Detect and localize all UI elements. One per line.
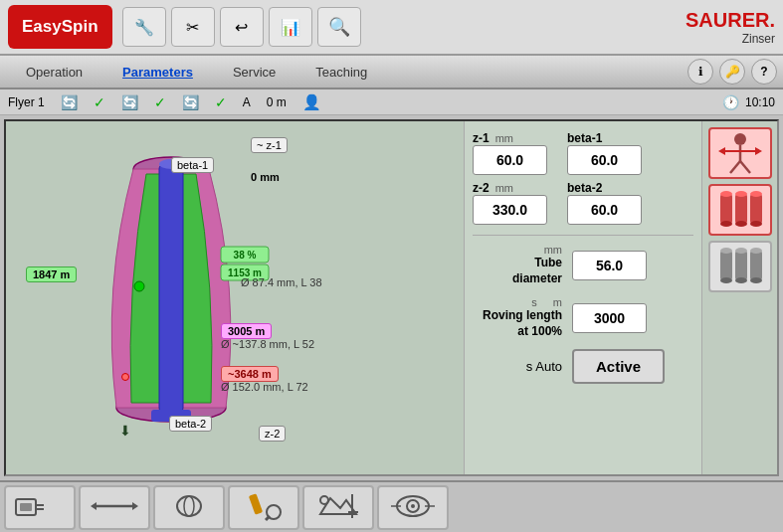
svg-point-41 <box>184 496 194 516</box>
app-title-button[interactable]: EasySpin <box>8 5 112 49</box>
svg-marker-39 <box>132 502 138 510</box>
svg-point-30 <box>735 248 747 254</box>
tube-diameter-unit: mm <box>473 244 562 256</box>
icon-btn-2[interactable] <box>708 184 772 236</box>
tube-diameter-label-group: mm Tubediameter <box>473 244 562 286</box>
main-area: 38 % 1153 m ~ z-1 beta-1 0 mm 1847 m Ø 8… <box>4 119 779 476</box>
svg-point-28 <box>720 277 732 283</box>
svg-point-27 <box>720 248 732 254</box>
nav-right-icons: ℹ 🔑 ? <box>687 59 777 85</box>
bottom-toolbar <box>0 480 783 532</box>
distance-label: 0 m <box>267 95 287 109</box>
right-icon-panel <box>701 121 777 474</box>
header-icon-chart[interactable]: 📊 <box>269 7 312 47</box>
svg-point-33 <box>750 248 762 254</box>
nav-key-button[interactable]: 🔑 <box>719 59 745 85</box>
z1-input[interactable] <box>473 145 547 175</box>
tab-service[interactable]: Service <box>213 61 295 84</box>
z2-group: z-2 mm <box>473 181 547 225</box>
label-3648m: ~3648 m <box>221 366 279 382</box>
beta1-label: beta-1 <box>567 131 602 145</box>
tube-diameter-input[interactable] <box>572 251 647 280</box>
z2-input[interactable] <box>473 195 547 225</box>
params-panel: z-1 mm beta-1 z-2 mm <box>464 121 701 474</box>
svg-line-44 <box>266 516 270 520</box>
bobbin-svg: 38 % 1153 m <box>72 139 271 438</box>
tab-parameters[interactable]: Parameters <box>102 61 213 84</box>
svg-point-45 <box>320 496 328 504</box>
z1-beta1-row: z-1 mm beta-1 <box>473 131 693 175</box>
nav-info-button[interactable]: ℹ <box>687 59 713 85</box>
toolbar-btn-4[interactable] <box>228 485 299 530</box>
beta1-input[interactable] <box>567 145 642 175</box>
label-z1: ~ z-1 <box>251 137 288 153</box>
tab-teaching[interactable]: Teaching <box>295 61 387 84</box>
label-beta1: beta-1 <box>171 157 214 173</box>
svg-point-19 <box>720 221 732 227</box>
icon-btn-1[interactable] <box>708 127 772 179</box>
label-z2: z-2 <box>259 426 286 442</box>
check-3: ✓ <box>215 94 227 110</box>
svg-rect-17 <box>720 194 732 224</box>
status-right: 🕐 10:10 <box>722 94 775 110</box>
toolbar-btn-1[interactable] <box>4 485 76 530</box>
s-auto-label: s Auto <box>473 359 562 374</box>
check-1: ✓ <box>94 94 105 110</box>
svg-point-24 <box>750 191 762 197</box>
person-icon: 👤 <box>302 93 321 111</box>
header-icon-scissors[interactable]: ✂ <box>171 7 215 47</box>
tube-diameter-label: Tubediameter <box>473 256 562 286</box>
toolbar-btn-5[interactable] <box>302 485 374 530</box>
nav-help-button[interactable]: ? <box>751 59 777 85</box>
svg-point-50 <box>411 504 415 508</box>
svg-point-31 <box>735 277 747 283</box>
svg-point-25 <box>750 221 762 227</box>
bobbin-panel: 38 % 1153 m ~ z-1 beta-1 0 mm 1847 m Ø 8… <box>6 121 464 474</box>
icon-btn-3[interactable] <box>708 241 772 292</box>
beta2-input[interactable] <box>567 195 642 225</box>
flyer-label: Flyer 1 <box>8 95 45 109</box>
svg-rect-2 <box>159 164 183 413</box>
z2-unit: mm <box>495 182 513 194</box>
check-2: ✓ <box>154 94 166 110</box>
svg-point-22 <box>735 221 747 227</box>
clock-icon: 🕐 <box>722 94 739 110</box>
svg-text:38 %: 38 % <box>234 250 257 261</box>
label-3005m: 3005 m <box>221 323 272 339</box>
z1-group: z-1 mm <box>473 131 547 175</box>
bobbin-diagram: 38 % 1153 m ~ z-1 beta-1 0 mm 1847 m Ø 8… <box>12 129 460 447</box>
svg-line-14 <box>740 161 750 173</box>
label-dia1: Ø 87.4 mm, L 38 <box>241 276 322 288</box>
roving-length-row: s m Roving lengthat 100% <box>473 296 693 339</box>
svg-marker-16 <box>755 147 762 155</box>
toolbar-btn-2[interactable] <box>79 485 150 530</box>
svg-marker-38 <box>91 502 97 510</box>
svg-rect-20 <box>735 194 747 224</box>
z1-unit: mm <box>495 132 513 144</box>
svg-point-18 <box>720 191 732 197</box>
svg-point-34 <box>750 277 762 283</box>
z2-beta2-row: z-2 mm beta-2 <box>473 181 693 225</box>
active-button[interactable]: Active <box>572 349 665 384</box>
svg-rect-23 <box>750 194 762 224</box>
unit-label: A <box>243 95 251 109</box>
label-0mm: 0 mm <box>251 171 280 183</box>
status-bar: Flyer 1 🔄 ✓ 🔄 ✓ 🔄 ✓ A 0 m 👤 🕐 10:10 <box>0 89 783 115</box>
header-icon-return[interactable]: ↩ <box>220 7 264 47</box>
header-icon-search[interactable]: 🔍 <box>317 7 361 47</box>
z2-label: z-2 <box>473 181 489 195</box>
svg-point-10 <box>734 133 746 145</box>
header-icon-wrench[interactable]: 🔧 <box>122 7 166 47</box>
svg-marker-15 <box>718 147 725 155</box>
toolbar-btn-3[interactable] <box>153 485 225 530</box>
status-icon-1: 🔄 <box>61 94 78 110</box>
tube-diameter-row: mm Tubediameter <box>473 244 693 286</box>
toolbar-btn-6[interactable] <box>377 485 449 530</box>
app-name-label: EasySpin <box>22 17 98 36</box>
z1-label: z-1 <box>473 131 489 145</box>
roving-length-input[interactable] <box>572 303 647 333</box>
saurer-logo: SAURER. Zinser <box>685 8 775 46</box>
tab-operation[interactable]: Operation <box>6 61 102 84</box>
label-1847m: 1847 m <box>26 266 77 282</box>
svg-rect-32 <box>750 251 762 280</box>
